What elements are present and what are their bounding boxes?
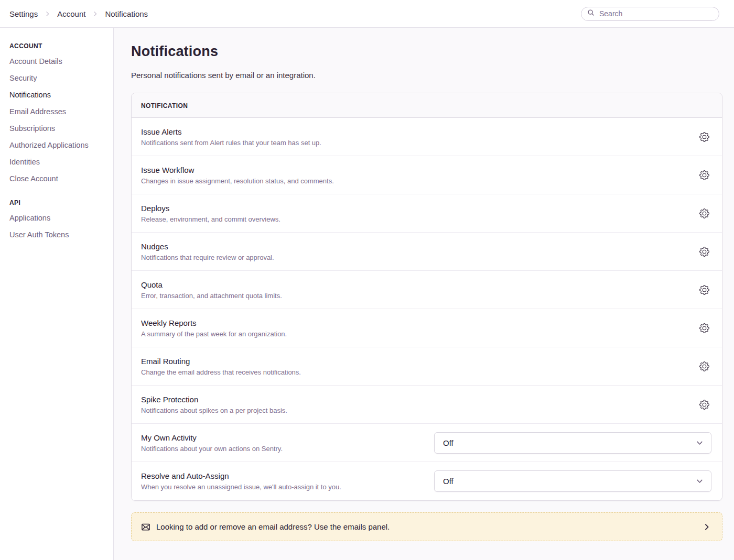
sidebar: ACCOUNTAccount DetailsSecurityNotificati…	[0, 28, 114, 560]
row-text: Issue Alerts Notifications sent from Ale…	[141, 127, 321, 147]
table-row-weekly-reports: Weekly Reports A summary of the past wee…	[132, 309, 722, 347]
sidebar-item-account-details[interactable]: Account Details	[9, 57, 104, 66]
select-value: Off	[443, 438, 454, 447]
sidebar-item-subscriptions[interactable]: Subscriptions	[9, 124, 104, 133]
table-row-issue-workflow: Issue Workflow Changes in issue assignme…	[132, 156, 722, 194]
notification-description: Notifications about your own actions on …	[141, 445, 283, 453]
chevron-right-icon	[92, 10, 99, 17]
breadcrumb-item-notifications[interactable]: Notifications	[105, 9, 148, 18]
row-text: Deploys Release, environment, and commit…	[141, 204, 280, 223]
notification-title: Weekly Reports	[141, 319, 287, 327]
notification-description: Notifications about spikes on a per proj…	[141, 407, 287, 414]
chevron-right-icon	[44, 10, 51, 17]
deploys-settings-button[interactable]	[697, 206, 711, 221]
row-text: Quota Error, transaction, and attachment…	[141, 280, 282, 300]
gear-icon	[699, 208, 709, 218]
quota-settings-button[interactable]	[697, 283, 711, 297]
row-text: Weekly Reports A summary of the past wee…	[141, 319, 287, 338]
row-text: Resolve and Auto-Assign When you resolve…	[141, 471, 341, 491]
page-title: Notifications	[131, 43, 722, 60]
notification-title: Issue Workflow	[141, 166, 334, 174]
notification-description: Error, transaction, and attachment quota…	[141, 292, 282, 300]
notification-title: Nudges	[141, 242, 274, 251]
gear-icon	[699, 285, 709, 295]
top-bar: SettingsAccountNotifications	[0, 0, 734, 28]
search-icon	[587, 9, 595, 18]
notification-description: When you resolve an unassigned issue, we…	[141, 483, 341, 491]
gear-icon	[699, 323, 709, 333]
email-routing-settings-button[interactable]	[697, 359, 711, 374]
gear-icon	[699, 247, 709, 257]
issue-alerts-settings-button[interactable]	[697, 130, 711, 144]
search-field[interactable]	[598, 9, 713, 18]
select-value: Off	[443, 477, 454, 486]
sidebar-item-user-auth-tokens[interactable]: User Auth Tokens	[9, 230, 104, 239]
notification-description: Change the email address that receives n…	[141, 368, 301, 376]
notification-description: A summary of the past week for an organi…	[141, 330, 287, 338]
weekly-reports-settings-button[interactable]	[697, 321, 711, 335]
notification-title: Spike Protection	[141, 395, 287, 404]
page-description: Personal notifications sent by email or …	[131, 71, 722, 80]
sidebar-item-close-account[interactable]: Close Account	[9, 174, 104, 183]
resolve-and-auto-assign-select[interactable]: Off	[434, 470, 711, 492]
email-panel-banner[interactable]: Looking to add or remove an email addres…	[131, 512, 722, 541]
sidebar-item-notifications[interactable]: Notifications	[9, 90, 104, 100]
my-own-activity-select[interactable]: Off	[434, 432, 711, 454]
row-text: Nudges Notifications that require review…	[141, 242, 274, 261]
notifications-panel: NOTIFICATION Issue Alerts Notifications …	[131, 93, 722, 501]
panel-header: NOTIFICATION	[132, 93, 722, 118]
gear-icon	[699, 400, 709, 410]
gear-icon	[699, 361, 709, 371]
notification-title: Quota	[141, 280, 282, 289]
gear-icon	[699, 170, 709, 180]
table-row-my-own-activity: My Own Activity Notifications about your…	[132, 424, 722, 462]
chevron-right-icon	[702, 522, 711, 532]
notification-description: Notifications that require review or app…	[141, 254, 274, 261]
issue-workflow-settings-button[interactable]	[697, 168, 711, 182]
table-row-resolve-and-auto-assign: Resolve and Auto-Assign When you resolve…	[132, 462, 722, 500]
notification-title: My Own Activity	[141, 433, 283, 442]
notification-title: Issue Alerts	[141, 127, 321, 136]
table-row-spike-protection: Spike Protection Notifications about spi…	[132, 386, 722, 424]
sidebar-item-identities[interactable]: Identities	[9, 157, 104, 167]
mail-icon	[141, 522, 150, 532]
notification-title: Deploys	[141, 204, 280, 213]
nudges-settings-button[interactable]	[697, 245, 711, 259]
chevron-down-icon	[695, 477, 704, 486]
breadcrumb-item-account[interactable]: Account	[57, 9, 85, 18]
search-input[interactable]	[581, 7, 719, 21]
row-text: My Own Activity Notifications about your…	[141, 433, 283, 453]
notification-description: Release, environment, and commit overvie…	[141, 215, 280, 223]
sidebar-item-applications[interactable]: Applications	[9, 213, 104, 223]
row-text: Issue Workflow Changes in issue assignme…	[141, 166, 334, 185]
panel-body: Issue Alerts Notifications sent from Ale…	[132, 118, 722, 500]
table-row-deploys: Deploys Release, environment, and commit…	[132, 194, 722, 233]
table-row-issue-alerts: Issue Alerts Notifications sent from Ale…	[132, 118, 722, 156]
notification-description: Changes in issue assignment, resolution …	[141, 177, 334, 185]
table-row-email-routing: Email Routing Change the email address t…	[132, 347, 722, 386]
breadcrumb-item-settings[interactable]: Settings	[9, 9, 38, 18]
row-text: Email Routing Change the email address t…	[141, 357, 301, 376]
table-row-quota: Quota Error, transaction, and attachment…	[132, 271, 722, 309]
chevron-down-icon	[695, 438, 704, 447]
row-text: Spike Protection Notifications about spi…	[141, 395, 287, 414]
spike-protection-settings-button[interactable]	[697, 398, 711, 412]
notification-title: Resolve and Auto-Assign	[141, 471, 341, 480]
main-content: Notifications Personal notifications sen…	[114, 28, 734, 560]
table-row-nudges: Nudges Notifications that require review…	[132, 233, 722, 271]
notification-title: Email Routing	[141, 357, 301, 366]
banner-text: Looking to add or remove an email addres…	[156, 522, 390, 531]
breadcrumb: SettingsAccountNotifications	[9, 9, 148, 18]
sidebar-section-account: ACCOUNT	[9, 42, 104, 50]
gear-icon	[699, 132, 709, 142]
sidebar-item-authorized-applications[interactable]: Authorized Applications	[9, 140, 104, 150]
sidebar-section-api: API	[9, 199, 104, 206]
notification-description: Notifications sent from Alert rules that…	[141, 139, 321, 147]
sidebar-item-email-addresses[interactable]: Email Addresses	[9, 107, 104, 116]
sidebar-item-security[interactable]: Security	[9, 73, 104, 83]
